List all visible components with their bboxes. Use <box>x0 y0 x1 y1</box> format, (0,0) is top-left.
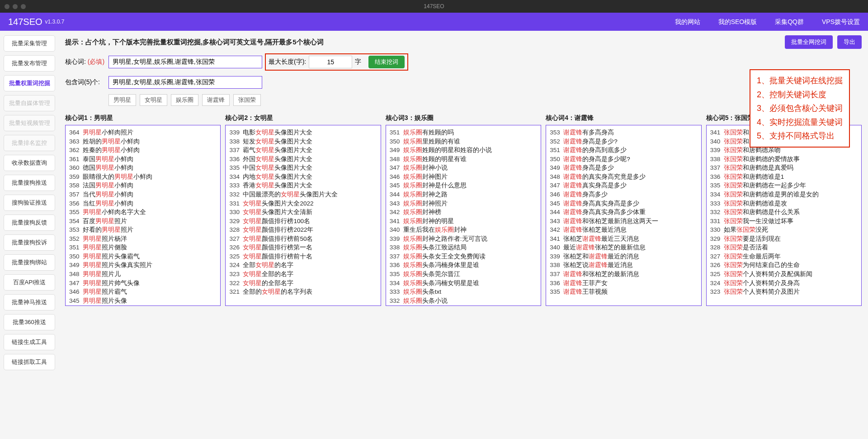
list-item[interactable]: 355男明星小鲜肉名字大全 <box>69 208 217 217</box>
list-item[interactable]: 340重生后我在娱乐圈封神 <box>390 225 537 234</box>
list-item[interactable]: 338张柏芝说谢霆锋最近消息 <box>550 261 697 270</box>
list-item[interactable]: 350谢霆锋的身高是多少呢? <box>550 155 697 164</box>
list-item[interactable]: 323女明星全部的名字 <box>229 270 377 279</box>
keyword-tag[interactable]: 娱乐圈 <box>171 94 198 106</box>
list-item[interactable]: 360德国男明星小鲜肉 <box>69 163 217 172</box>
list-item[interactable]: 339张柏芝和谢霆锋最近的消息 <box>550 252 697 261</box>
list-item[interactable]: 335谢霆锋王菲视频 <box>550 287 697 296</box>
list-item[interactable]: 353谢霆锋有多高身高 <box>550 128 697 137</box>
list-item[interactable]: 333张国荣和唐鹤德谁是攻 <box>710 199 858 208</box>
list-item[interactable]: 336娱乐圈头条冯楠身体里是谁 <box>390 261 537 270</box>
list-item[interactable]: 335中国女明星头像图片大全 <box>229 163 377 172</box>
list-item[interactable]: 324张国荣个人资料简介及身高 <box>710 279 858 288</box>
list-item[interactable]: 344谢霆锋身高真实身高多少体重 <box>550 208 697 217</box>
sidebar-item[interactable]: 批量360推送 <box>4 314 55 330</box>
list-item[interactable]: 335张国荣和唐鹤德在一起多少年 <box>710 181 858 190</box>
list-item[interactable]: 341张柏芝谢霆锋最近三天消息 <box>550 234 697 243</box>
list-item[interactable]: 353好看的男明星照片 <box>69 225 217 234</box>
core-keywords-input[interactable] <box>108 56 262 68</box>
list-item[interactable]: 328张国荣是否活着 <box>710 243 858 252</box>
list-item[interactable]: 332娱乐圈头条小说 <box>390 296 537 305</box>
list-item[interactable]: 347谢霆锋真实身高是多少 <box>550 181 697 190</box>
list-item[interactable]: 335娱乐圈头条莞尔晋江 <box>390 270 537 279</box>
list-item[interactable]: 361泰国男明星小鲜肉 <box>69 155 217 164</box>
list-item[interactable]: 332中国最漂亮的女明星头像图片大全 <box>229 190 377 199</box>
list-item[interactable]: 349娱乐圈姓顾的明星和姓容的小说 <box>390 146 537 155</box>
list-item[interactable]: 350男明星照片头像霸气 <box>69 252 217 261</box>
list-item[interactable]: 331女明星头像图片大全2022 <box>229 199 377 208</box>
keyword-tag[interactable]: 女明星 <box>140 94 167 106</box>
list-item[interactable]: 334娱乐圈头条冯楠女明星是谁 <box>390 279 537 288</box>
sidebar-item[interactable]: 链接抓取工具 <box>4 354 55 370</box>
nav-link[interactable]: VPS拨号设置 <box>822 18 860 25</box>
list-item[interactable]: 338张国荣和唐鹤德的爱情故事 <box>710 155 858 164</box>
sidebar-item[interactable]: 批量发布管理 <box>4 55 55 72</box>
list-item[interactable]: 336谢霆锋王菲产女 <box>550 279 697 288</box>
list-item[interactable]: 344娱乐圈封神之路 <box>390 190 537 199</box>
list-item[interactable]: 362姓秦的男明星小鲜肉 <box>69 146 217 155</box>
list-item[interactable]: 364男明星小鲜肉照片 <box>69 128 217 137</box>
list-item[interactable]: 352男明星照片杨洋 <box>69 234 217 243</box>
list-item[interactable]: 332张国荣和唐鹤德是什么关系 <box>710 208 858 217</box>
list-item[interactable]: 348谢霆锋的真实身高究竟是多少 <box>550 172 697 181</box>
nav-link[interactable]: 我的SEO模版 <box>718 18 757 25</box>
sidebar-item[interactable]: 搜狗验证推送 <box>4 195 55 211</box>
list-item[interactable]: 338娱乐圈头条江致远结局 <box>390 243 537 252</box>
keyword-tag[interactable]: 谢霆锋 <box>202 94 230 106</box>
export-button[interactable]: 导出 <box>837 35 862 49</box>
list-item[interactable]: 347娱乐圈封神小说 <box>390 163 537 172</box>
list-item[interactable]: 351娱乐圈有姓顾的吗 <box>390 128 537 137</box>
list-item[interactable]: 333娱乐圈头条txt <box>390 287 537 296</box>
nav-link[interactable]: 采集QQ群 <box>775 18 804 25</box>
list-item[interactable]: 351男明星照片侧脸 <box>69 243 217 252</box>
sidebar-item[interactable]: 收录数据查询 <box>4 155 55 171</box>
list-item[interactable]: 333香港女明星头像图片大全 <box>229 181 377 190</box>
list-item[interactable]: 337张国荣和唐鹤德是真爱吗 <box>710 163 858 172</box>
list-item[interactable]: 346娱乐圈封神图片 <box>390 172 537 181</box>
list-item[interactable]: 339电影女明星头像图片大全 <box>229 128 377 137</box>
list-item[interactable]: 345娱乐圈封神是什么意思 <box>390 181 537 190</box>
list-item[interactable]: 334内地女明星头像图片大全 <box>229 172 377 181</box>
sidebar-item[interactable]: 批量权重词挖掘 <box>4 75 55 91</box>
list-item[interactable]: 323张国荣个人资料简介及图片 <box>710 287 858 296</box>
list-item[interactable]: 348男明星照片儿 <box>69 270 217 279</box>
list-item[interactable]: 342谢霆锋张柏芝最近消息 <box>550 225 697 234</box>
sidebar-item[interactable]: 批量搜狗反馈 <box>4 215 55 231</box>
list-item[interactable]: 331张国荣我一生没做过坏事 <box>710 217 858 226</box>
list-item[interactable]: 346男明星照片霸气 <box>69 287 217 296</box>
list-item[interactable]: 350娱乐圈里姓顾的有谁 <box>390 137 537 146</box>
list-item[interactable]: 329张国荣要是活到现在 <box>710 234 858 243</box>
list-item[interactable]: 324全部女明星的名字 <box>229 261 377 270</box>
list-item[interactable]: 325张国荣个人资料简介及配偶新闻 <box>710 270 858 279</box>
sidebar-item[interactable]: 批量自媒体管理 <box>4 95 55 111</box>
list-item[interactable]: 325女明星颜值排行榜前十名 <box>229 252 377 261</box>
list-item[interactable]: 354百度男明星照片 <box>69 217 217 226</box>
list-item[interactable]: 337霸气女明星头像图片大全 <box>229 146 377 155</box>
list-item[interactable]: 338短发女明星头像图片大全 <box>229 137 377 146</box>
list-item[interactable]: 337谢霆锋和张柏芝的最新消息 <box>550 270 697 279</box>
sidebar-item[interactable]: 批量搜狗绑站 <box>4 254 55 271</box>
list-item[interactable]: 342娱乐圈封神榜 <box>390 208 537 217</box>
list-item[interactable]: 351谢霆锋的身高到底多少 <box>550 146 697 155</box>
list-item[interactable]: 339娱乐圈封神之路作者:无可言说 <box>390 234 537 243</box>
end-mining-button[interactable]: 结束挖词 <box>368 56 405 68</box>
keyword-tag[interactable]: 张国荣 <box>233 94 261 106</box>
list-item[interactable]: 349男明星照片头像真实照片 <box>69 261 217 270</box>
list-item[interactable]: 326女明星颜值排行榜第一名 <box>229 243 377 252</box>
list-item[interactable]: 336外国女明星头像图片大全 <box>229 155 377 164</box>
list-item[interactable]: 321全部的女明星的名字列表 <box>229 287 377 296</box>
batch-mine-button[interactable]: 批量全网挖词 <box>785 35 833 49</box>
list-item[interactable]: 357当代男明星小鲜肉 <box>69 190 217 199</box>
list-item[interactable]: 343娱乐圈封神照片 <box>390 199 537 208</box>
list-item[interactable]: 336张国荣和唐鹤德谁是1 <box>710 172 858 181</box>
sidebar-item[interactable]: 批量排名监控 <box>4 135 55 151</box>
list-item[interactable]: 334张国荣和唐鹤德谁是男的谁是女的 <box>710 190 858 199</box>
list-item[interactable]: 349谢霆锋身高是多少 <box>550 163 697 172</box>
list-item[interactable]: 352谢霆锋身高是多少? <box>550 137 697 146</box>
list-item[interactable]: 327女明星颜值排行榜前50名 <box>229 234 377 243</box>
list-item[interactable]: 326张国荣为何结束自己的生命 <box>710 261 858 270</box>
sidebar-item[interactable]: 百度API推送 <box>4 274 55 291</box>
list-item[interactable]: 346谢霆锋身高多少 <box>550 190 697 199</box>
sidebar-item[interactable]: 批量短视频管理 <box>4 115 55 131</box>
list-item[interactable]: 345谢霆锋身高真实身高是多少 <box>550 199 697 208</box>
